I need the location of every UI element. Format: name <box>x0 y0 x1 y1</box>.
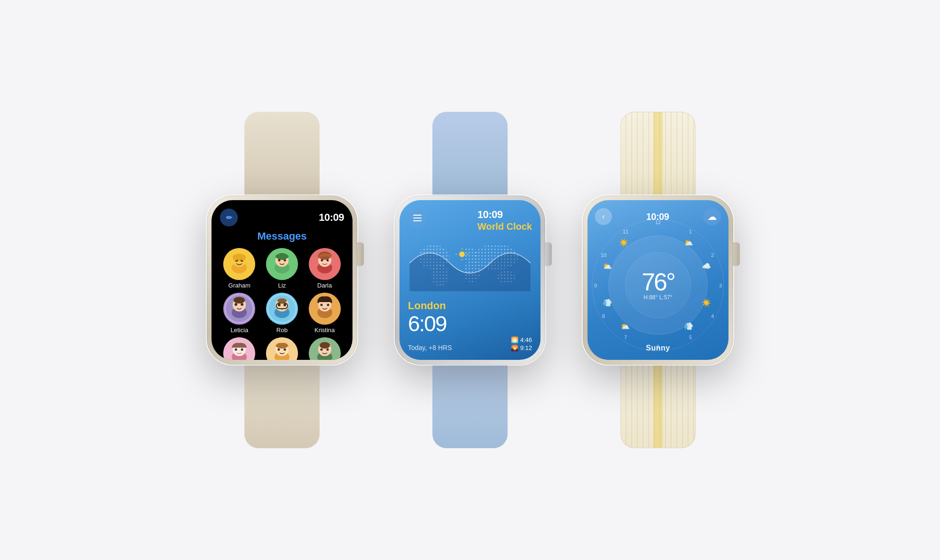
svg-text:11: 11 <box>623 229 628 234</box>
avatar-darla <box>309 248 341 280</box>
menu-line-3 <box>413 220 422 221</box>
svg-text:⛅: ⛅ <box>620 322 630 331</box>
wx-radial: 12 1 2 3 4 5 <box>595 228 721 342</box>
svg-text:10: 10 <box>601 252 606 258</box>
avatar-kristina <box>309 293 341 325</box>
wx-hi-lo: H:88° L:57° <box>642 294 674 301</box>
svg-point-33 <box>278 303 281 306</box>
watch-weather: ‹ 10:09 ☁ <box>583 112 733 448</box>
contact-graham[interactable]: Graham <box>220 248 259 289</box>
watch1-body: ✏ 10:09 Messages <box>207 112 357 448</box>
messages-header: ✏ 10:09 <box>220 209 344 226</box>
svg-point-26 <box>235 303 237 306</box>
watch3-band-top <box>620 112 696 196</box>
contacts-grid: Graham <box>220 248 344 360</box>
contact-leticia[interactable]: Leticia <box>220 293 259 334</box>
svg-point-56 <box>320 349 322 351</box>
svg-text:5: 5 <box>689 334 692 340</box>
wc-date-info: Today, +8 HRS 🌅 4:46 🌄 9:12 <box>408 336 532 351</box>
watch2-crown <box>545 242 552 266</box>
svg-point-51 <box>276 343 288 349</box>
watch-worldclock: 10:09 World Clock <box>395 112 545 448</box>
svg-point-27 <box>241 303 243 306</box>
svg-text:6: 6 <box>657 344 659 350</box>
watch2-case: 10:09 World Clock <box>395 195 545 365</box>
messages-title: Messages <box>220 230 344 242</box>
contact-name-rob: Rob <box>276 327 288 334</box>
wc-sun-times: 🌅 4:46 🌄 9:12 <box>511 336 532 351</box>
contact-name-graham: Graham <box>228 282 251 289</box>
svg-text:4: 4 <box>711 313 714 319</box>
contact-name-leticia: Leticia <box>231 327 249 334</box>
wc-sunrise-row: 🌅 4:46 <box>511 336 532 343</box>
avatar-jenny <box>223 337 255 360</box>
world-map-svg <box>400 235 540 291</box>
contact-brian[interactable]: Brian <box>263 337 302 360</box>
avatar-ryan <box>309 337 341 360</box>
svg-text:⛅: ⛅ <box>684 238 693 247</box>
contact-name-liz: Liz <box>278 282 286 289</box>
svg-point-44 <box>235 349 237 351</box>
avatar-liz <box>266 248 298 280</box>
contact-kristina[interactable]: Kristina <box>305 293 344 334</box>
watch1-case: ✏ 10:09 Messages <box>207 195 357 365</box>
watch2-band-bottom <box>432 364 508 448</box>
svg-text:2: 2 <box>711 252 714 258</box>
wc-date-text: Today, +8 HRS <box>408 344 452 351</box>
svg-point-50 <box>283 349 286 351</box>
watch1-screen: ✏ 10:09 Messages <box>212 200 352 360</box>
watch2-screen: 10:09 World Clock <box>400 200 540 360</box>
watch3-crown <box>733 242 740 266</box>
watch1-band-top <box>244 112 320 196</box>
contact-darla[interactable]: Darla <box>305 248 344 289</box>
wc-time: 10:09 <box>478 209 532 221</box>
svg-text:⛅: ⛅ <box>603 262 612 271</box>
messages-time: 10:09 <box>319 211 344 224</box>
wc-bottom: London 6:09 Today, +8 HRS 🌅 4:46 <box>408 300 532 351</box>
svg-text:☁️: ☁️ <box>702 262 711 271</box>
contact-liz[interactable]: Liz <box>263 248 302 289</box>
svg-text:7: 7 <box>624 334 627 340</box>
contact-ryan[interactable]: Ryan <box>305 337 344 360</box>
svg-point-20 <box>326 259 329 262</box>
wc-menu-button[interactable] <box>408 209 427 227</box>
svg-point-7 <box>241 256 245 261</box>
watch-messages: ✏ 10:09 Messages <box>207 112 357 448</box>
svg-point-40 <box>327 304 329 306</box>
svg-text:💨: 💨 <box>603 298 612 307</box>
menu-line-1 <box>413 215 422 216</box>
watch3-case: ‹ 10:09 ☁ <box>583 195 733 365</box>
watch1-crown <box>357 242 364 266</box>
wc-header: 10:09 World Clock <box>408 209 532 232</box>
sunrise-icon: 🌅 <box>511 336 518 343</box>
svg-point-49 <box>277 349 280 351</box>
svg-point-14 <box>275 254 289 259</box>
svg-point-12 <box>278 259 280 262</box>
svg-text:3: 3 <box>719 283 722 288</box>
contact-jenny[interactable]: Jenny <box>220 337 259 360</box>
svg-text:1: 1 <box>689 229 692 234</box>
watch3-screen: ‹ 10:09 ☁ <box>588 200 728 360</box>
svg-point-34 <box>283 303 286 306</box>
svg-point-19 <box>321 259 323 262</box>
wc-sunset-row: 🌄 9:12 <box>511 344 532 351</box>
contact-rob[interactable]: Rob <box>263 293 302 334</box>
svg-point-13 <box>283 259 286 262</box>
svg-point-39 <box>320 304 322 306</box>
svg-text:9: 9 <box>594 283 597 288</box>
wc-sunset: 9:12 <box>520 344 532 351</box>
wc-city-time: 6:09 <box>408 313 532 334</box>
avatar-brian <box>266 337 298 360</box>
svg-point-57 <box>326 349 329 351</box>
wx-center: 76° H:88° L:57° <box>642 270 674 301</box>
svg-point-55 <box>320 342 330 349</box>
svg-point-35 <box>277 298 287 303</box>
svg-text:💨: 💨 <box>684 322 693 331</box>
avatar-leticia <box>223 293 255 325</box>
svg-text:12: 12 <box>655 219 661 225</box>
watch3-body: ‹ 10:09 ☁ <box>583 112 733 448</box>
svg-text:☀️: ☀️ <box>619 238 628 247</box>
contact-name-darla: Darla <box>317 282 332 289</box>
wc-city: London <box>408 300 532 312</box>
compose-button[interactable]: ✏ <box>220 209 238 226</box>
